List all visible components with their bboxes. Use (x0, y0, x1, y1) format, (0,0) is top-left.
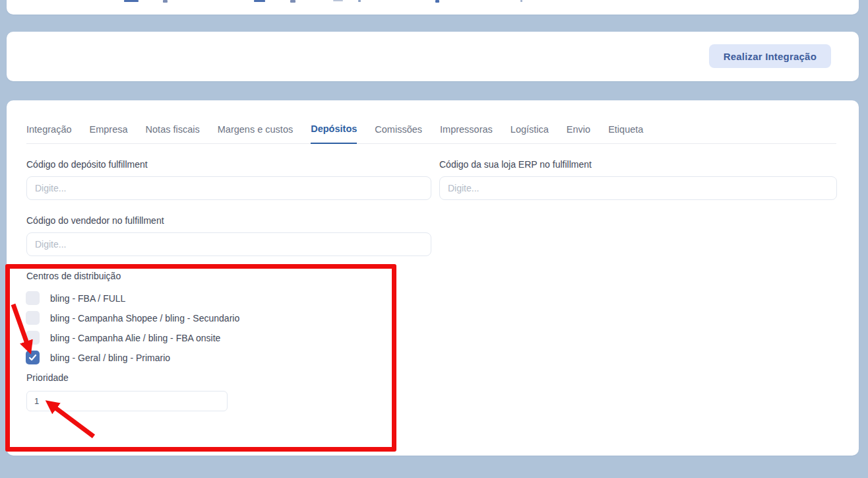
check-icon (28, 353, 37, 362)
cutoff-text-fragment (435, 0, 439, 3)
checkbox[interactable] (26, 331, 40, 345)
checkbox-label: bling - Geral / bling - Primario (50, 353, 170, 363)
checkbox[interactable] (26, 291, 40, 305)
distribution-centers-label: Centros de distribuição (26, 271, 837, 281)
checkbox-row-fba-full[interactable]: bling - FBA / FULL (26, 291, 125, 305)
tab-margens-e-custos[interactable]: Margens e custos (218, 123, 293, 143)
cutoff-text-fragment (290, 0, 295, 3)
codigo-vendedor-input[interactable] (26, 232, 431, 256)
tab-comissoes[interactable]: Comissões (375, 123, 422, 143)
field-label: Código do depósito fulfillment (26, 159, 431, 170)
checkbox-row-geral-primario[interactable]: bling - Geral / bling - Primario (26, 351, 170, 364)
cutoff-text-fragment (163, 0, 168, 3)
tab-integracao[interactable]: Integração (26, 123, 72, 143)
priority-label: Prioridade (26, 372, 837, 383)
tab-logistica[interactable]: Logística (511, 123, 549, 143)
cutoff-text-fragment (358, 0, 361, 2)
tab-depositos[interactable]: Depósitos (311, 122, 357, 144)
deposits-form: Código do depósito fulfillment Código da… (7, 144, 859, 411)
cutoff-text-fragment (254, 0, 265, 2)
priority-input[interactable] (26, 391, 228, 411)
checkbox[interactable] (26, 311, 40, 325)
checkbox-label: bling - FBA / FULL (50, 293, 125, 304)
cutoff-text-fragment (520, 0, 522, 2)
cutoff-top-card (7, 0, 859, 15)
field-label: Código da sua loja ERP no fulfillment (439, 159, 837, 170)
page: { "colors": { "background": "#afc3d9", "… (0, 0, 868, 478)
toolbar-card: Realizar Integração (7, 32, 859, 81)
codigo-deposito-input[interactable] (26, 176, 431, 200)
cutoff-text-fragment (333, 0, 343, 1)
field-codigo-deposito: Código do depósito fulfillment (26, 159, 431, 200)
tab-impressoras[interactable]: Impressoras (440, 123, 493, 143)
field-label: Código do vendedor no fulfillment (26, 215, 431, 226)
tab-notas-fiscais[interactable]: Notas fiscais (146, 123, 200, 143)
settings-card: Integração Empresa Notas fiscais Margens… (7, 100, 859, 456)
checkbox[interactable] (26, 351, 40, 364)
checkbox-label: bling - Campanha Shopee / bling - Secund… (50, 313, 239, 324)
cutoff-text-fragment (124, 0, 139, 2)
checkbox-row-campanha-shopee[interactable]: bling - Campanha Shopee / bling - Secund… (26, 311, 239, 325)
checkbox-label: bling - Campanha Alie / bling - FBA onsi… (50, 333, 220, 343)
field-codigo-vendedor: Código do vendedor no fulfillment (26, 215, 431, 256)
tab-bar: Integração Empresa Notas fiscais Margens… (26, 100, 836, 144)
checkbox-row-campanha-alie[interactable]: bling - Campanha Alie / bling - FBA onsi… (26, 331, 220, 345)
realizar-integracao-button[interactable]: Realizar Integração (709, 44, 831, 68)
tab-envio[interactable]: Envio (567, 123, 590, 143)
tab-empresa[interactable]: Empresa (90, 123, 128, 143)
field-codigo-loja-erp: Código da sua loja ERP no fulfillment (439, 159, 837, 200)
distribution-centers-list: bling - FBA / FULL bling - Campanha Shop… (26, 291, 837, 364)
tab-etiqueta[interactable]: Etiqueta (608, 123, 643, 143)
codigo-loja-erp-input[interactable] (439, 176, 837, 200)
